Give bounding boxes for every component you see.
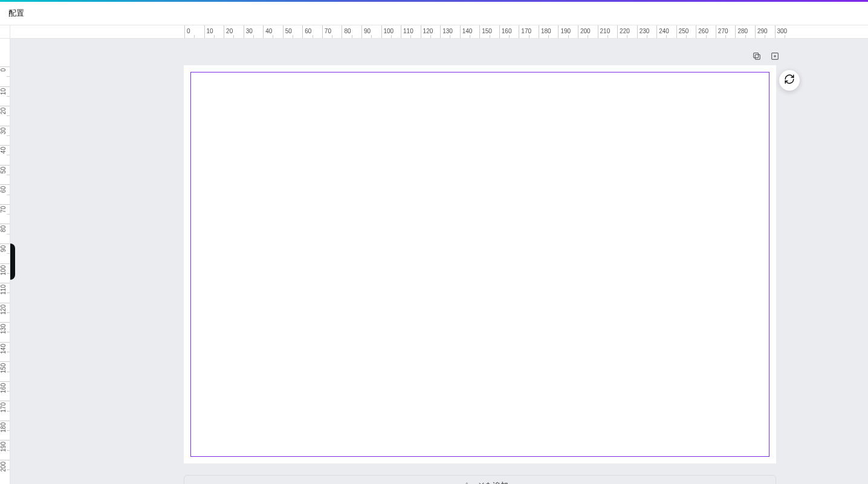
workspace[interactable]: ＋ ページを追加 (10, 39, 868, 484)
svg-rect-1 (754, 53, 759, 58)
ruler-v-tick: 100 (0, 263, 10, 264)
ruler-v-tick: 130 (0, 322, 10, 323)
ruler-h-minor (725, 35, 726, 38)
ruler-h-tick: 240 (656, 25, 657, 38)
add-page-icon (770, 51, 780, 63)
ruler-v-minor (7, 234, 10, 234)
ruler-h-minor (214, 35, 215, 38)
ruler-v-tick: 60 (0, 184, 10, 185)
ruler-v-tick: 70 (0, 204, 10, 205)
ruler-h-minor (352, 35, 352, 38)
ruler-h-tick: 210 (598, 25, 598, 38)
ruler-h-minor (332, 35, 332, 38)
ruler-v-tick: 30 (0, 126, 10, 126)
duplicate-page-button[interactable] (751, 52, 762, 63)
ruler-h-minor (607, 35, 608, 38)
ruler-h-tick: 200 (578, 25, 578, 38)
ruler-corner (0, 25, 10, 39)
ruler-h-tick: 170 (519, 25, 519, 38)
canvas-page[interactable] (184, 65, 776, 463)
ruler-h-minor (785, 35, 785, 38)
ruler-h-tick: 180 (539, 25, 539, 38)
ruler-h-minor (666, 35, 667, 38)
svg-rect-0 (755, 54, 760, 59)
ruler-v-minor (7, 76, 10, 77)
side-panel-handle[interactable] (10, 244, 15, 280)
ruler-h-tick: 270 (716, 25, 716, 38)
ruler-h-tick: 10 (204, 25, 205, 38)
top-toolbar: 配置 (0, 2, 868, 25)
ruler-horizontal[interactable]: 0102030405060708090100110120130140150160… (10, 25, 868, 39)
ruler-v-minor (7, 96, 10, 97)
ruler-v-tick: 120 (0, 303, 10, 303)
ruler-h-minor (410, 35, 411, 38)
ruler-h-tick: 60 (302, 25, 303, 38)
ruler-v-tick: 140 (0, 342, 10, 343)
page-surface[interactable] (184, 65, 776, 463)
ruler-h-tick: 150 (479, 25, 480, 38)
ruler-h-minor (490, 35, 490, 38)
ruler-h-tick: 100 (381, 25, 382, 38)
ruler-h-minor (293, 35, 293, 38)
ruler-v-tick: 20 (0, 106, 10, 106)
ruler-v-minor (7, 372, 10, 372)
ruler-h-tick: 40 (263, 25, 264, 38)
ruler-h-minor (686, 35, 687, 38)
ruler-v-minor (7, 292, 10, 293)
ruler-v-minor (7, 391, 10, 392)
ruler-h-tick: 220 (617, 25, 618, 38)
add-page-bar[interactable]: ＋ ページを追加 (184, 475, 776, 484)
ruler-h-tick: 280 (735, 25, 736, 38)
ruler-v-tick: 150 (0, 361, 10, 362)
ruler-h-tick: 0 (184, 25, 185, 38)
ruler-h-tick: 230 (637, 25, 638, 38)
ruler-h-minor (233, 35, 234, 38)
ruler-h-minor (509, 35, 510, 38)
ruler-v-tick: 40 (0, 145, 10, 146)
ruler-h-tick: 250 (676, 25, 677, 38)
ruler-v-minor (7, 155, 10, 155)
ruler-v-minor (7, 273, 10, 274)
ruler-h-minor (765, 35, 765, 38)
ruler-v-tick: 200 (0, 460, 10, 460)
ruler-h-tick: 50 (283, 25, 283, 38)
ruler-h-tick: 110 (401, 25, 401, 38)
ruler-v-tick: 110 (0, 283, 10, 283)
ruler-h-minor (450, 35, 450, 38)
ruler-v-minor (7, 352, 10, 352)
ruler-h-minor (313, 35, 313, 38)
ruler-v-minor (7, 253, 10, 254)
brand-gradient-bar (0, 0, 868, 2)
ruler-h-minor (647, 35, 647, 38)
ruler-v-tick: 0 (0, 66, 10, 67)
ruler-h-minor (568, 35, 569, 38)
ruler-v-minor (7, 332, 10, 332)
add-page-button[interactable] (769, 52, 780, 63)
ruler-h-tick: 190 (558, 25, 559, 38)
ruler-h-tick: 140 (460, 25, 461, 38)
ruler-h-tick: 260 (696, 25, 696, 38)
ruler-v-minor (7, 195, 10, 195)
ruler-v-minor (7, 175, 10, 175)
ruler-h-tick: 30 (244, 25, 244, 38)
ruler-h-minor (430, 35, 431, 38)
ruler-h-minor (371, 35, 372, 38)
ruler-h-minor (194, 35, 195, 38)
ruler-h-tick: 70 (322, 25, 323, 38)
ruler-v-minor (7, 450, 10, 451)
ruler-h-minor (391, 35, 392, 38)
ruler-v-tick: 190 (0, 440, 10, 440)
ruler-v-minor (7, 214, 10, 215)
ruler-vertical[interactable]: 0102030405060708090100110120130140150160… (0, 39, 10, 484)
add-page-label: ＋ ページを追加 (452, 480, 509, 485)
ruler-h-tick: 120 (421, 25, 421, 38)
ruler-v-minor (7, 469, 10, 470)
ruler-h-minor (273, 35, 273, 38)
regenerate-button[interactable] (779, 70, 800, 91)
ruler-v-minor (7, 411, 10, 411)
layout-button[interactable]: 配置 (6, 4, 27, 22)
ruler-v-tick: 50 (0, 165, 10, 166)
ruler-h-tick: 80 (342, 25, 342, 38)
ruler-h-minor (627, 35, 627, 38)
ruler-h-minor (588, 35, 588, 38)
